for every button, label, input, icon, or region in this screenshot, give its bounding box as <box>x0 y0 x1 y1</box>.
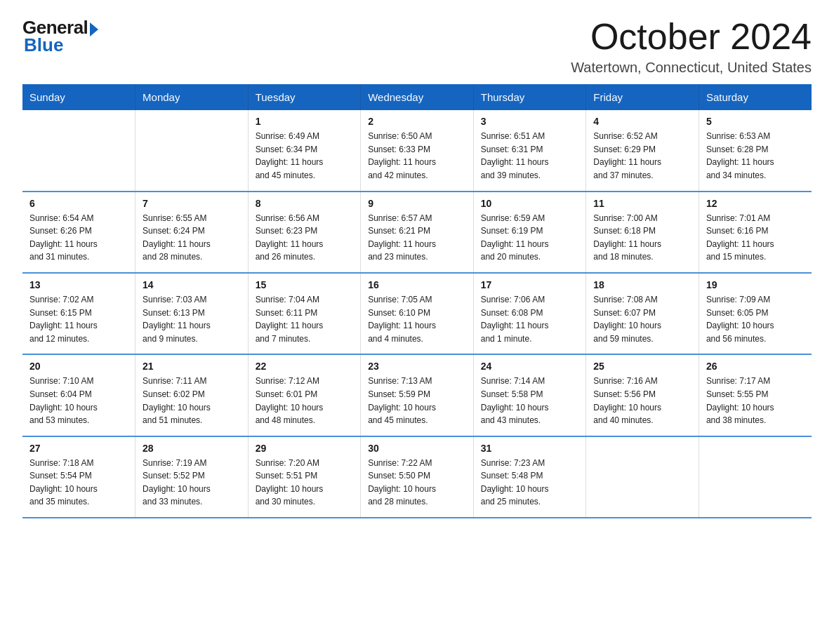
week-row-2: 6Sunrise: 6:54 AMSunset: 6:26 PMDaylight… <box>22 192 812 273</box>
page-header: General Blue October 2024 Watertown, Con… <box>22 17 812 76</box>
calendar-cell: 1Sunrise: 6:49 AMSunset: 6:34 PMDaylight… <box>248 110 361 191</box>
day-info: Sunrise: 6:53 AMSunset: 6:28 PMDaylight:… <box>706 130 805 182</box>
calendar-cell: 27Sunrise: 7:18 AMSunset: 5:54 PMDayligh… <box>22 436 135 518</box>
day-info: Sunrise: 7:06 AMSunset: 6:08 PMDaylight:… <box>481 293 579 345</box>
calendar-cell: 24Sunrise: 7:14 AMSunset: 5:58 PMDayligh… <box>473 354 586 436</box>
day-number: 18 <box>593 279 691 290</box>
calendar-cell: 5Sunrise: 6:53 AMSunset: 6:28 PMDaylight… <box>699 110 812 191</box>
calendar-cell: 23Sunrise: 7:13 AMSunset: 5:59 PMDayligh… <box>361 354 474 436</box>
day-info: Sunrise: 6:57 AMSunset: 6:21 PMDaylight:… <box>368 212 466 264</box>
calendar-cell: 9Sunrise: 6:57 AMSunset: 6:21 PMDaylight… <box>361 192 474 273</box>
day-number: 3 <box>481 116 579 127</box>
calendar-cell: 19Sunrise: 7:09 AMSunset: 6:05 PMDayligh… <box>699 273 812 354</box>
day-number: 23 <box>368 361 466 372</box>
day-info: Sunrise: 7:14 AMSunset: 5:58 PMDaylight:… <box>481 375 579 427</box>
calendar-cell: 20Sunrise: 7:10 AMSunset: 6:04 PMDayligh… <box>22 354 135 436</box>
day-number: 13 <box>29 279 128 290</box>
month-title: October 2024 <box>571 17 812 57</box>
day-info: Sunrise: 7:11 AMSunset: 6:02 PMDaylight:… <box>143 375 241 427</box>
day-info: Sunrise: 7:03 AMSunset: 6:13 PMDaylight:… <box>143 293 241 345</box>
calendar-cell: 3Sunrise: 6:51 AMSunset: 6:31 PMDaylight… <box>473 110 586 191</box>
calendar-cell: 28Sunrise: 7:19 AMSunset: 5:52 PMDayligh… <box>135 436 249 518</box>
day-number: 26 <box>706 361 805 372</box>
day-info: Sunrise: 7:17 AMSunset: 5:55 PMDaylight:… <box>706 375 805 427</box>
day-number: 1 <box>256 116 354 127</box>
day-number: 25 <box>593 361 691 372</box>
day-info: Sunrise: 7:08 AMSunset: 6:07 PMDaylight:… <box>593 293 691 345</box>
location-title: Watertown, Connecticut, United States <box>571 60 812 76</box>
day-info: Sunrise: 6:56 AMSunset: 6:23 PMDaylight:… <box>256 212 354 264</box>
calendar-cell: 16Sunrise: 7:05 AMSunset: 6:10 PMDayligh… <box>361 273 474 354</box>
day-number: 29 <box>256 443 354 454</box>
calendar-cell: 8Sunrise: 6:56 AMSunset: 6:23 PMDaylight… <box>248 192 361 273</box>
day-info: Sunrise: 6:55 AMSunset: 6:24 PMDaylight:… <box>143 212 241 264</box>
calendar-cell: 2Sunrise: 6:50 AMSunset: 6:33 PMDaylight… <box>361 110 474 191</box>
header-thursday: Thursday <box>473 84 586 110</box>
day-number: 27 <box>29 443 128 454</box>
day-number: 5 <box>706 116 805 127</box>
calendar-cell: 21Sunrise: 7:11 AMSunset: 6:02 PMDayligh… <box>135 354 249 436</box>
calendar-cell: 22Sunrise: 7:12 AMSunset: 6:01 PMDayligh… <box>248 354 361 436</box>
day-number: 10 <box>481 198 579 209</box>
day-info: Sunrise: 6:52 AMSunset: 6:29 PMDaylight:… <box>593 130 691 182</box>
calendar-cell: 10Sunrise: 6:59 AMSunset: 6:19 PMDayligh… <box>473 192 586 273</box>
calendar-cell: 6Sunrise: 6:54 AMSunset: 6:26 PMDaylight… <box>22 192 135 273</box>
day-info: Sunrise: 7:10 AMSunset: 6:04 PMDaylight:… <box>29 375 128 427</box>
calendar-cell: 4Sunrise: 6:52 AMSunset: 6:29 PMDaylight… <box>586 110 699 191</box>
header-saturday: Saturday <box>699 84 812 110</box>
day-number: 20 <box>29 361 128 372</box>
calendar-cell: 25Sunrise: 7:16 AMSunset: 5:56 PMDayligh… <box>586 354 699 436</box>
calendar-cell: 12Sunrise: 7:01 AMSunset: 6:16 PMDayligh… <box>699 192 812 273</box>
day-info: Sunrise: 6:59 AMSunset: 6:19 PMDaylight:… <box>481 212 579 264</box>
day-info: Sunrise: 7:02 AMSunset: 6:15 PMDaylight:… <box>29 293 128 345</box>
calendar-cell: 11Sunrise: 7:00 AMSunset: 6:18 PMDayligh… <box>586 192 699 273</box>
header-monday: Monday <box>135 84 249 110</box>
header-tuesday: Tuesday <box>248 84 361 110</box>
day-number: 19 <box>706 279 805 290</box>
day-number: 24 <box>481 361 579 372</box>
day-info: Sunrise: 7:00 AMSunset: 6:18 PMDaylight:… <box>593 212 691 264</box>
calendar-header-row: SundayMondayTuesdayWednesdayThursdayFrid… <box>22 84 812 110</box>
day-info: Sunrise: 7:16 AMSunset: 5:56 PMDaylight:… <box>593 375 691 427</box>
header-friday: Friday <box>586 84 699 110</box>
calendar-cell: 18Sunrise: 7:08 AMSunset: 6:07 PMDayligh… <box>586 273 699 354</box>
day-info: Sunrise: 7:22 AMSunset: 5:50 PMDaylight:… <box>368 457 466 509</box>
day-info: Sunrise: 6:50 AMSunset: 6:33 PMDaylight:… <box>368 130 466 182</box>
logo-arrow-icon <box>90 22 98 36</box>
day-number: 12 <box>706 198 805 209</box>
day-number: 2 <box>368 116 466 127</box>
calendar-cell: 26Sunrise: 7:17 AMSunset: 5:55 PMDayligh… <box>699 354 812 436</box>
calendar-cell: 31Sunrise: 7:23 AMSunset: 5:48 PMDayligh… <box>473 436 586 518</box>
day-info: Sunrise: 7:01 AMSunset: 6:16 PMDaylight:… <box>706 212 805 264</box>
day-number: 28 <box>143 443 241 454</box>
day-info: Sunrise: 7:13 AMSunset: 5:59 PMDaylight:… <box>368 375 466 427</box>
logo-line2: Blue <box>22 34 63 56</box>
day-info: Sunrise: 7:12 AMSunset: 6:01 PMDaylight:… <box>256 375 354 427</box>
header-wednesday: Wednesday <box>361 84 474 110</box>
day-number: 11 <box>593 198 691 209</box>
calendar-cell <box>135 110 249 191</box>
logo: General Blue <box>22 17 100 56</box>
day-info: Sunrise: 7:18 AMSunset: 5:54 PMDaylight:… <box>29 457 128 509</box>
day-number: 21 <box>143 361 241 372</box>
day-info: Sunrise: 6:54 AMSunset: 6:26 PMDaylight:… <box>29 212 128 264</box>
day-number: 15 <box>256 279 354 290</box>
calendar-cell: 13Sunrise: 7:02 AMSunset: 6:15 PMDayligh… <box>22 273 135 354</box>
day-number: 30 <box>368 443 466 454</box>
calendar-cell: 15Sunrise: 7:04 AMSunset: 6:11 PMDayligh… <box>248 273 361 354</box>
week-row-3: 13Sunrise: 7:02 AMSunset: 6:15 PMDayligh… <box>22 273 812 354</box>
day-info: Sunrise: 6:51 AMSunset: 6:31 PMDaylight:… <box>481 130 579 182</box>
day-number: 16 <box>368 279 466 290</box>
calendar-cell <box>22 110 135 191</box>
calendar-body: 1Sunrise: 6:49 AMSunset: 6:34 PMDaylight… <box>22 110 812 518</box>
day-info: Sunrise: 7:09 AMSunset: 6:05 PMDaylight:… <box>706 293 805 345</box>
calendar-cell: 17Sunrise: 7:06 AMSunset: 6:08 PMDayligh… <box>473 273 586 354</box>
day-info: Sunrise: 6:49 AMSunset: 6:34 PMDaylight:… <box>256 130 354 182</box>
day-number: 4 <box>593 116 691 127</box>
calendar-cell: 14Sunrise: 7:03 AMSunset: 6:13 PMDayligh… <box>135 273 249 354</box>
day-number: 17 <box>481 279 579 290</box>
week-row-1: 1Sunrise: 6:49 AMSunset: 6:34 PMDaylight… <box>22 110 812 191</box>
day-info: Sunrise: 7:19 AMSunset: 5:52 PMDaylight:… <box>143 457 241 509</box>
day-number: 7 <box>143 198 241 209</box>
week-row-5: 27Sunrise: 7:18 AMSunset: 5:54 PMDayligh… <box>22 436 812 518</box>
